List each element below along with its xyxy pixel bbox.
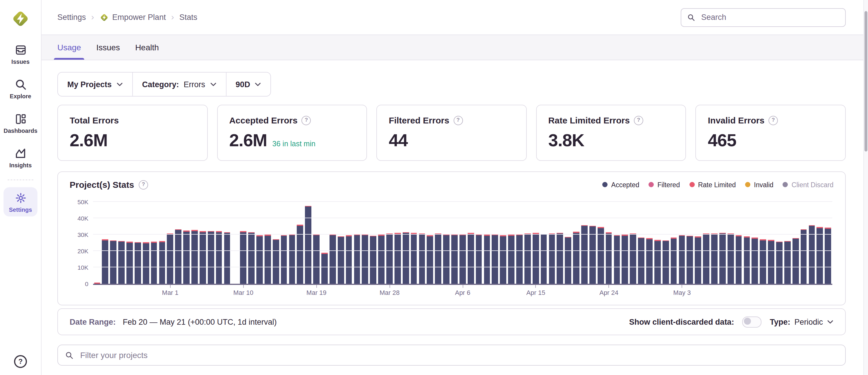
chart-bar[interactable] <box>645 198 653 284</box>
chart-bar[interactable] <box>589 198 597 284</box>
chart-bar[interactable] <box>175 198 183 284</box>
tab-health[interactable]: Health <box>135 35 159 60</box>
tab-issues[interactable]: Issues <box>96 35 120 60</box>
chart-bar[interactable] <box>239 198 248 284</box>
chart-bar[interactable] <box>507 198 515 284</box>
chart-bar[interactable] <box>247 198 255 284</box>
chart-bar[interactable] <box>751 198 759 284</box>
chart-bar[interactable] <box>532 198 540 284</box>
sidebar-item-explore[interactable]: Explore <box>3 74 37 103</box>
sidebar-item-settings[interactable]: Settings <box>3 187 37 216</box>
project-filter-input[interactable] <box>79 350 838 361</box>
sidebar-item-insights[interactable]: Insights <box>3 143 37 172</box>
chart-bar[interactable] <box>353 198 361 284</box>
chart-bar[interactable] <box>524 198 532 284</box>
legend-item-client-discard[interactable]: Client Discard <box>783 181 834 188</box>
chart-bar[interactable] <box>710 198 718 284</box>
breadcrumb-project[interactable]: Empower Plant <box>99 12 166 22</box>
chart-bar[interactable] <box>451 198 459 284</box>
chart-bar[interactable] <box>442 198 451 284</box>
chart-bar[interactable] <box>288 198 296 284</box>
chart-bar[interactable] <box>702 198 710 284</box>
chart-bar[interactable] <box>743 198 751 284</box>
chart-bar[interactable] <box>93 198 101 284</box>
chart-bar[interactable] <box>580 198 589 284</box>
chart-bar[interactable] <box>808 198 816 284</box>
chart-bar[interactable] <box>117 198 126 284</box>
chart-bar[interactable] <box>296 198 304 284</box>
type-dropdown[interactable]: Type: Periodic <box>770 317 834 326</box>
chart-bar[interactable] <box>110 198 118 284</box>
chart-bar[interactable] <box>304 198 313 284</box>
breadcrumb-settings[interactable]: Settings <box>57 13 86 22</box>
chart-bar[interactable] <box>718 198 727 284</box>
chart-bar[interactable] <box>653 198 662 284</box>
chart-bar[interactable] <box>800 198 808 284</box>
search-input[interactable] <box>700 12 839 22</box>
chart-bar[interactable] <box>621 198 629 284</box>
help-circle-icon[interactable]: ? <box>453 116 463 125</box>
chart-bar[interactable] <box>369 198 377 284</box>
legend-item-filtered[interactable]: Filtered <box>649 181 680 188</box>
chart-bar[interactable] <box>182 198 190 284</box>
chart-bar[interactable] <box>783 198 792 284</box>
chart-bar[interactable] <box>410 198 418 284</box>
chart-bar[interactable] <box>255 198 264 284</box>
help-circle-icon[interactable]: ? <box>634 116 643 125</box>
empower-plant-logo-icon[interactable] <box>10 9 30 29</box>
chart-bar[interactable] <box>483 198 491 284</box>
chart-bar[interactable] <box>597 198 605 284</box>
chart-bar[interactable] <box>329 198 337 284</box>
chart-bar[interactable] <box>564 198 572 284</box>
chart-bar[interactable] <box>394 198 402 284</box>
filter-category-dropdown[interactable]: Category:Errors <box>132 72 226 96</box>
chart-bar[interactable] <box>166 198 175 284</box>
chart-bar[interactable] <box>199 198 207 284</box>
chart-bar[interactable] <box>150 198 158 284</box>
help-circle-icon[interactable]: ? <box>769 116 778 125</box>
chart-bar[interactable] <box>207 198 215 284</box>
help-circle-icon[interactable]: ? <box>139 180 148 189</box>
chart-bar[interactable] <box>142 198 150 284</box>
chart-bar[interactable] <box>312 198 320 284</box>
chart-bar[interactable] <box>735 198 743 284</box>
filter-period-dropdown[interactable]: 90D <box>226 72 271 96</box>
chart-bar[interactable] <box>223 198 231 284</box>
chart-bar[interactable] <box>272 198 280 284</box>
scrollbar-thumb[interactable] <box>865 11 867 152</box>
chart-bar[interactable] <box>572 198 580 284</box>
chart-bar[interactable] <box>467 198 475 284</box>
chart-bar[interactable] <box>637 198 645 284</box>
chart-bar[interactable] <box>694 198 702 284</box>
chart-bar[interactable] <box>434 198 442 284</box>
tab-usage[interactable]: Usage <box>57 35 81 60</box>
chart-bar[interactable] <box>320 198 329 284</box>
chart-bar[interactable] <box>337 198 345 284</box>
legend-item-rate-limited[interactable]: Rate Limited <box>689 181 736 188</box>
chart-bar[interactable] <box>418 198 426 284</box>
chart-bar[interactable] <box>613 198 621 284</box>
chart-bar[interactable] <box>134 198 142 284</box>
chart-bar[interactable] <box>215 198 223 284</box>
chart-bar[interactable] <box>816 198 824 284</box>
legend-item-accepted[interactable]: Accepted <box>602 181 640 188</box>
chart-bar[interactable] <box>662 198 670 284</box>
chart-bar[interactable] <box>264 198 272 284</box>
chart-bar[interactable] <box>385 198 394 284</box>
chart-bar[interactable] <box>377 198 385 284</box>
chart-bar[interactable] <box>686 198 694 284</box>
chart-bar[interactable] <box>499 198 507 284</box>
chart-bar[interactable] <box>759 198 767 284</box>
chart-bar[interactable] <box>604 198 613 284</box>
sidebar-item-issues[interactable]: Issues <box>3 39 37 68</box>
chart-bar[interactable] <box>426 198 434 284</box>
scrollbar[interactable] <box>863 0 868 375</box>
chart-bar[interactable] <box>775 198 783 284</box>
chart-bar[interactable] <box>629 198 638 284</box>
chart-bar[interactable] <box>670 198 678 284</box>
chart-bar[interactable] <box>556 198 564 284</box>
chart-bar[interactable] <box>727 198 735 284</box>
client-discard-toggle[interactable] <box>742 316 762 327</box>
chart-bar[interactable] <box>361 198 369 284</box>
chart-bar[interactable] <box>792 198 800 284</box>
